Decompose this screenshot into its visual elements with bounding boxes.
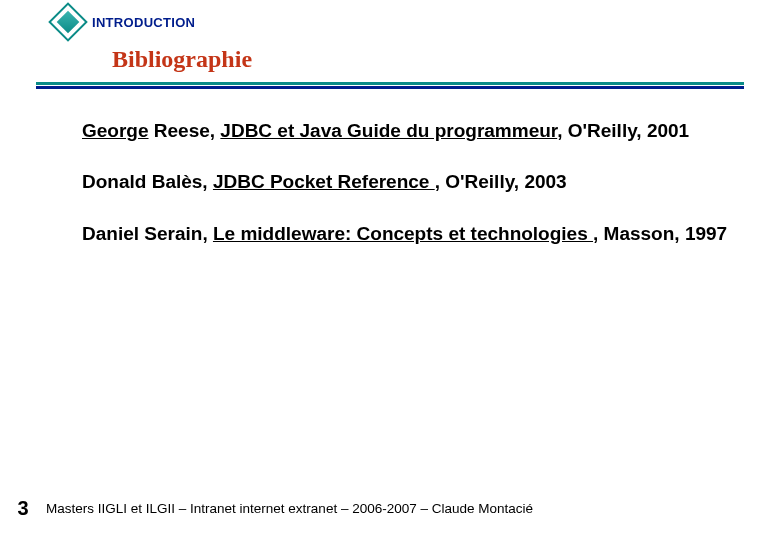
content-area: George Reese, JDBC et Java Guide du prog… [0,90,780,248]
biblio-entry: Donald Balès, JDBC Pocket Reference , O'… [82,167,730,196]
slide-title: Bibliographie [112,46,252,73]
entry-trail: , O'Reilly, 2001 [557,120,689,141]
biblio-entry: George Reese, JDBC et Java Guide du prog… [82,116,730,145]
biblio-entry: Daniel Serain, Le middleware: Concepts e… [82,219,730,248]
section-label: INTRODUCTION [92,15,195,30]
entry-trail: , Masson, 1997 [593,223,727,244]
slide-header: INTRODUCTION Bibliographie [0,0,780,82]
author-plain: Donald Balès, [82,171,213,192]
entry-trail: , O'Reilly, 2003 [435,171,567,192]
title-underlined: Le middleware: Concepts et technologies [213,223,593,244]
slide-footer: 3 Masters IIGLI et ILGII – Intranet inte… [0,497,780,520]
author-underlined: George [82,120,149,141]
footer-text: Masters IIGLI et ILGII – Intranet intern… [46,501,533,516]
title-underlined: JDBC Pocket Reference [213,171,435,192]
divider-rule [36,82,744,90]
author-rest: Reese, [149,120,221,141]
page-number: 3 [0,497,46,520]
title-underlined: JDBC et Java Guide du programmeur [220,120,557,141]
diamond-bullet-icon [54,8,82,36]
author-plain: Daniel Serain, [82,223,213,244]
